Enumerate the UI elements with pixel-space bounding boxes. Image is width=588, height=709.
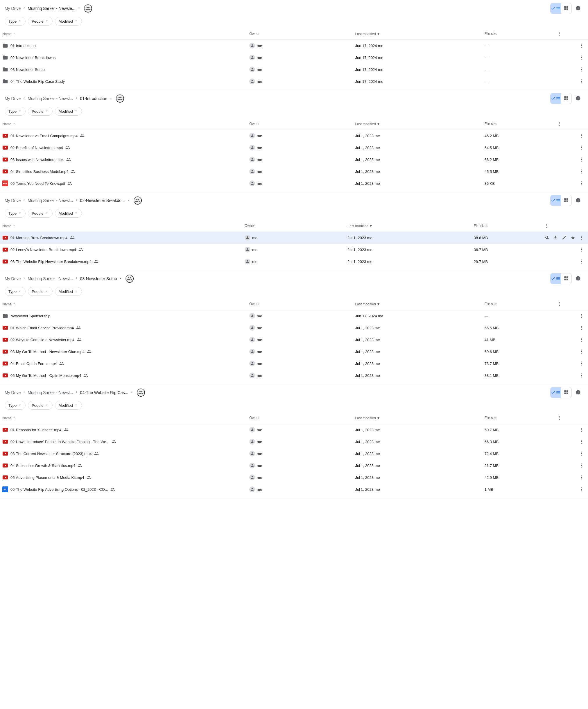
breadcrumb-parent[interactable]: Mushfiq Sarker - Newsl... xyxy=(28,96,73,101)
more-actions-button[interactable] xyxy=(578,245,586,254)
th-size[interactable]: File size xyxy=(472,220,540,232)
breadcrumb-mydrive[interactable]: My Drive xyxy=(5,276,21,281)
more-actions-button[interactable] xyxy=(578,42,586,50)
list-view-button[interactable] xyxy=(551,387,561,398)
more-actions-button[interactable] xyxy=(578,426,586,434)
type-filter-button[interactable]: Type xyxy=(5,17,26,26)
breadcrumb-current[interactable]: 01-Introduction xyxy=(80,96,107,101)
table-row[interactable]: 03-The Current Newsletter Structure (202… xyxy=(0,448,588,460)
more-actions-button[interactable] xyxy=(578,312,586,320)
info-button[interactable] xyxy=(573,195,583,206)
breadcrumb-dropdown[interactable] xyxy=(118,276,123,281)
people-filter-button[interactable]: People xyxy=(28,401,52,410)
modified-filter-button[interactable]: Modified xyxy=(55,287,82,296)
table-row[interactable]: 05-My Go-To Method - Optin Monster.mp4 m… xyxy=(0,370,588,382)
table-row[interactable]: 02-Lenny's Newsletter Breakdown.mp4 me J… xyxy=(0,244,588,256)
breadcrumb-dropdown[interactable] xyxy=(109,96,113,101)
more-actions-button[interactable] xyxy=(578,324,586,332)
table-row[interactable]: 02-How I 'Introduce' People to Website F… xyxy=(0,436,588,448)
column-more-button[interactable] xyxy=(555,300,563,308)
breadcrumb-mydrive[interactable]: My Drive xyxy=(5,96,21,101)
table-row[interactable]: 05-Advertising Placements & Media Kit.mp… xyxy=(0,472,588,483)
grid-view-button[interactable] xyxy=(561,273,571,284)
breadcrumb-current[interactable]: 03-Newsletter Setup xyxy=(80,276,117,281)
grid-view-button[interactable] xyxy=(561,93,571,104)
breadcrumb-current[interactable]: Mushfiq Sarker - Newsle... xyxy=(28,6,75,11)
th-modified[interactable]: Last modified ▾ xyxy=(353,118,482,130)
table-row[interactable]: 01-Newsletter vs Email Campaigns.mp4 me … xyxy=(0,130,588,142)
column-more-button[interactable] xyxy=(543,222,551,230)
breadcrumb-current[interactable]: 02-Newsletter Breakdo... xyxy=(80,198,125,203)
more-actions-button[interactable] xyxy=(578,258,586,266)
modified-filter-button[interactable]: Modified xyxy=(55,17,82,26)
table-row[interactable]: 02-Benefits of Newsletters.mp4 me Jul 1,… xyxy=(0,142,588,154)
breadcrumb-parent[interactable]: Mushfiq Sarker - Newsl... xyxy=(28,198,73,203)
grid-view-button[interactable] xyxy=(561,387,571,398)
people-filter-button[interactable]: People xyxy=(28,17,52,26)
shared-people-button[interactable] xyxy=(126,274,134,283)
list-view-button[interactable] xyxy=(551,93,561,104)
more-actions-button[interactable] xyxy=(578,53,586,61)
th-modified[interactable]: Last modified ▾ xyxy=(345,220,472,232)
modified-filter-button[interactable]: Modified xyxy=(55,209,82,218)
th-name[interactable]: Name ↑ xyxy=(0,118,247,130)
more-actions-button[interactable] xyxy=(578,360,586,368)
more-actions-button[interactable] xyxy=(578,77,586,85)
th-owner[interactable]: Owner xyxy=(247,28,353,40)
th-size[interactable]: File size xyxy=(482,298,553,310)
column-more-button[interactable] xyxy=(555,414,563,422)
column-more-button[interactable] xyxy=(555,30,563,38)
type-filter-button[interactable]: Type xyxy=(5,107,26,116)
th-name[interactable]: Name ↑ xyxy=(0,298,247,310)
more-actions-button[interactable] xyxy=(578,449,586,458)
th-size[interactable]: File size xyxy=(482,412,553,424)
breadcrumb-mydrive[interactable]: My Drive xyxy=(5,390,21,395)
download-button[interactable] xyxy=(552,234,560,242)
more-actions-button[interactable] xyxy=(578,155,586,164)
th-modified[interactable]: Last modified ▾ xyxy=(353,412,482,424)
shared-people-button[interactable] xyxy=(137,389,145,397)
th-size[interactable]: File size xyxy=(482,118,553,130)
modified-filter-button[interactable]: Modified xyxy=(55,401,82,410)
more-actions-button[interactable] xyxy=(578,336,586,344)
edit-button[interactable] xyxy=(560,234,568,242)
table-row[interactable]: PDF 05-Terms You Need To Know.pdf me Jul… xyxy=(0,178,588,189)
grid-view-button[interactable] xyxy=(561,3,571,14)
table-row[interactable]: 04-Subscriber Growth & Statistics.mp4 me… xyxy=(0,460,588,472)
type-filter-button[interactable]: Type xyxy=(5,401,26,410)
shared-people-button[interactable] xyxy=(116,95,124,103)
people-filter-button[interactable]: People xyxy=(28,209,52,218)
grid-view-button[interactable] xyxy=(561,195,571,206)
table-row[interactable]: 02-Newsletter Breakdowns me Jun 17, 2024… xyxy=(0,52,588,63)
th-name[interactable]: Name ↑ xyxy=(0,220,242,232)
modified-filter-button[interactable]: Modified xyxy=(55,107,82,116)
shared-people-button[interactable] xyxy=(84,4,92,12)
more-actions-button[interactable] xyxy=(578,132,586,140)
more-actions-button[interactable] xyxy=(578,65,586,74)
list-view-button[interactable] xyxy=(551,3,561,14)
people-filter-button[interactable]: People xyxy=(28,287,52,296)
info-button[interactable] xyxy=(573,273,583,284)
add-person-button[interactable] xyxy=(543,234,551,242)
more-actions-button[interactable] xyxy=(578,485,586,493)
table-row[interactable]: 01-Reasons for 'Success'.mp4 me Jul 1, 2… xyxy=(0,424,588,436)
th-name[interactable]: Name ↑ xyxy=(0,28,247,40)
type-filter-button[interactable]: Type xyxy=(5,287,26,296)
more-actions-button[interactable] xyxy=(578,371,586,379)
th-owner[interactable]: Owner xyxy=(247,412,353,424)
table-row[interactable]: 04-Simplified Business Model.mp4 me Jul … xyxy=(0,166,588,178)
breadcrumb-dropdown[interactable] xyxy=(77,6,81,11)
more-actions-button[interactable] xyxy=(578,234,586,242)
breadcrumb-current[interactable]: 04-The Website Flip Cas... xyxy=(80,390,128,395)
breadcrumb-parent[interactable]: Mushfiq Sarker - Newsl... xyxy=(28,276,73,281)
table-row[interactable]: 03-Issues with Newsletters.mp4 me Jul 1,… xyxy=(0,154,588,166)
shared-people-button[interactable] xyxy=(134,196,142,205)
th-name[interactable]: Name ↑ xyxy=(0,412,247,424)
info-button[interactable] xyxy=(573,3,583,14)
table-row[interactable]: 03-The Website Flip Newsletter Breakdown… xyxy=(0,256,588,268)
column-more-button[interactable] xyxy=(555,120,563,128)
more-actions-button[interactable] xyxy=(578,462,586,470)
table-row[interactable]: 01-Which Email Service Provider.mp4 me J… xyxy=(0,322,588,334)
breadcrumb-mydrive[interactable]: My Drive xyxy=(5,6,21,11)
more-actions-button[interactable] xyxy=(578,438,586,446)
